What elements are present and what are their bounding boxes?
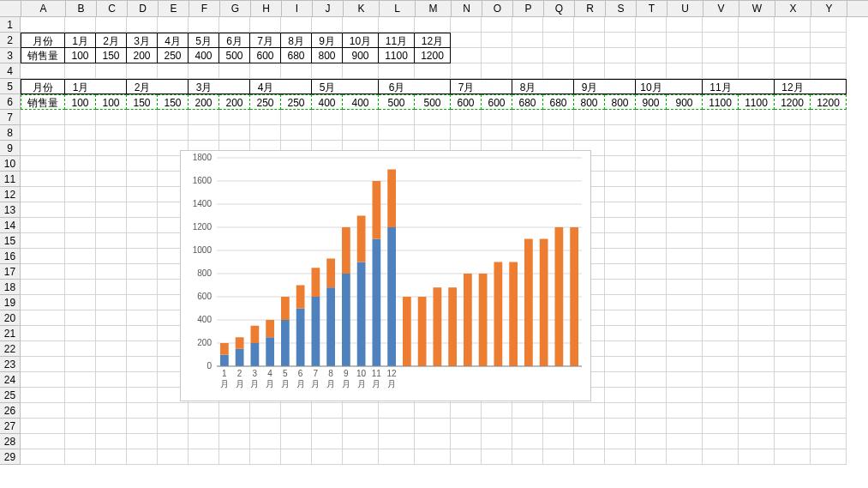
cell-T25[interactable] [636, 388, 667, 403]
cell-E28[interactable] [158, 434, 189, 449]
cell-X22[interactable] [775, 341, 811, 357]
cell-S23[interactable] [605, 357, 636, 372]
cell-P4[interactable] [512, 63, 543, 79]
column-header-V[interactable]: V [703, 1, 739, 16]
cell-C6[interactable]: 100 [96, 94, 127, 110]
row-header-2[interactable]: 2 [0, 33, 21, 48]
cell-S1[interactable] [605, 17, 636, 33]
cell-W20[interactable] [739, 310, 775, 326]
cell-V1[interactable] [703, 17, 739, 33]
cell-X23[interactable] [775, 357, 811, 372]
cell-B29[interactable] [65, 449, 96, 465]
column-header-U[interactable]: U [667, 1, 703, 16]
cell-L1[interactable] [379, 17, 415, 33]
cell-B25[interactable] [65, 388, 96, 403]
row-header-13[interactable]: 13 [0, 202, 21, 218]
cell-P3[interactable] [512, 48, 543, 63]
cell-H6[interactable]: 250 [250, 94, 281, 110]
cell-N7[interactable] [451, 110, 482, 125]
cell-X1[interactable] [775, 17, 811, 33]
cell-C23[interactable] [96, 357, 127, 372]
cell-O2[interactable] [482, 33, 512, 48]
cell-M2[interactable]: 12月 [415, 33, 451, 48]
cell-P1[interactable] [512, 17, 543, 33]
cell-P6[interactable]: 680 [512, 94, 543, 110]
row-header-23[interactable]: 23 [0, 357, 21, 372]
cell-S12[interactable] [605, 187, 636, 202]
cell-N5[interactable]: 7月 [451, 79, 482, 94]
cell-U15[interactable] [667, 233, 703, 249]
cell-V11[interactable] [703, 172, 739, 187]
cell-I27[interactable] [281, 419, 312, 434]
cell-P28[interactable] [512, 434, 543, 449]
cell-O6[interactable]: 600 [482, 94, 512, 110]
cell-S28[interactable] [605, 434, 636, 449]
cell-D22[interactable] [127, 341, 158, 357]
cell-A5[interactable]: 月份 [21, 79, 65, 94]
cell-O28[interactable] [482, 434, 512, 449]
cell-T23[interactable] [636, 357, 667, 372]
cell-T3[interactable] [636, 48, 667, 63]
cell-Q6[interactable]: 680 [543, 94, 574, 110]
cell-A27[interactable] [21, 419, 65, 434]
cell-D19[interactable] [127, 295, 158, 310]
column-header-A[interactable]: A [21, 1, 66, 16]
cell-U18[interactable] [667, 280, 703, 295]
cell-T1[interactable] [636, 17, 667, 33]
cell-R6[interactable]: 800 [574, 94, 605, 110]
cell-Q5[interactable] [543, 79, 574, 94]
cell-X3[interactable] [775, 48, 811, 63]
cell-Y16[interactable] [811, 249, 847, 264]
cell-L29[interactable] [379, 449, 415, 465]
cell-N3[interactable] [451, 48, 482, 63]
cell-F5[interactable]: 3月 [189, 79, 219, 94]
cell-W19[interactable] [739, 295, 775, 310]
column-header-D[interactable]: D [128, 1, 159, 16]
cell-D26[interactable] [127, 403, 158, 419]
cell-J6[interactable]: 400 [312, 94, 343, 110]
row-header-9[interactable]: 9 [0, 141, 21, 156]
cell-V6[interactable]: 1100 [703, 94, 739, 110]
cell-X10[interactable] [775, 156, 811, 172]
cell-A29[interactable] [21, 449, 65, 465]
cell-Q29[interactable] [543, 449, 574, 465]
cell-L7[interactable] [379, 110, 415, 125]
cell-U17[interactable] [667, 264, 703, 280]
column-header-I[interactable]: I [282, 1, 313, 16]
cell-U27[interactable] [667, 419, 703, 434]
cell-A13[interactable] [21, 202, 65, 218]
cell-R7[interactable] [574, 110, 605, 125]
column-header-L[interactable]: L [380, 1, 416, 16]
cell-D6[interactable]: 150 [127, 94, 158, 110]
cell-T4[interactable] [636, 63, 667, 79]
cell-P7[interactable] [512, 110, 543, 125]
cell-X14[interactable] [775, 218, 811, 233]
cell-S20[interactable] [605, 310, 636, 326]
cell-M3[interactable]: 1200 [415, 48, 451, 63]
cell-Y26[interactable] [811, 403, 847, 419]
cell-H3[interactable]: 600 [250, 48, 281, 63]
cell-H1[interactable] [250, 17, 281, 33]
cell-T11[interactable] [636, 172, 667, 187]
cell-T5[interactable]: 10月 [636, 79, 667, 94]
cell-A21[interactable] [21, 326, 65, 341]
cell-N29[interactable] [451, 449, 482, 465]
cell-F28[interactable] [189, 434, 219, 449]
cell-U26[interactable] [667, 403, 703, 419]
row-header-18[interactable]: 18 [0, 280, 21, 295]
cell-G3[interactable]: 500 [219, 48, 250, 63]
cell-T2[interactable] [636, 33, 667, 48]
cell-W26[interactable] [739, 403, 775, 419]
cell-Y13[interactable] [811, 202, 847, 218]
cell-Y27[interactable] [811, 419, 847, 434]
cell-M4[interactable] [415, 63, 451, 79]
cell-S25[interactable] [605, 388, 636, 403]
cell-A7[interactable] [21, 110, 65, 125]
cell-J5[interactable]: 5月 [312, 79, 343, 94]
cell-L2[interactable]: 11月 [379, 33, 415, 48]
cell-Y12[interactable] [811, 187, 847, 202]
cell-C2[interactable]: 2月 [96, 33, 127, 48]
cell-Y10[interactable] [811, 156, 847, 172]
cell-Y25[interactable] [811, 388, 847, 403]
cell-C7[interactable] [96, 110, 127, 125]
